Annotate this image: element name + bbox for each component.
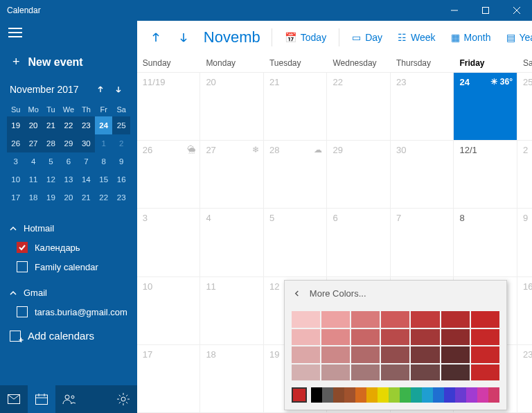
mini-cal-day[interactable]: 25 bbox=[112, 116, 130, 134]
calendar-day-cell[interactable]: 17 bbox=[137, 345, 201, 413]
calendar-button[interactable] bbox=[28, 385, 55, 413]
mini-cal-day[interactable]: 7 bbox=[78, 152, 95, 170]
color-swatch[interactable] bbox=[351, 329, 380, 346]
account-toggle[interactable]: Hotmail bbox=[10, 219, 127, 238]
calendar-day-cell[interactable]: 25⛅ bbox=[517, 73, 532, 141]
spectrum-swatch[interactable] bbox=[411, 387, 422, 403]
minimize-button[interactable] bbox=[438, 0, 470, 21]
mini-cal-day[interactable]: 30 bbox=[78, 134, 95, 152]
spectrum-swatch[interactable] bbox=[355, 387, 366, 403]
calendar-day-cell[interactable]: 20 bbox=[200, 73, 264, 141]
calendar-day-cell[interactable]: 26🌦 bbox=[137, 141, 201, 209]
calendar-checkbox[interactable] bbox=[17, 261, 28, 272]
calendar-day-cell[interactable]: 16 bbox=[517, 277, 532, 345]
add-calendars-button[interactable]: Add calendars bbox=[0, 323, 137, 349]
next-period-button[interactable] bbox=[172, 28, 195, 46]
calendar-item[interactable]: Family calendar bbox=[10, 257, 127, 276]
mini-cal-day[interactable]: 27 bbox=[24, 134, 42, 152]
spectrum-swatch[interactable] bbox=[389, 387, 400, 403]
color-swatch[interactable] bbox=[351, 346, 380, 363]
mini-cal-day[interactable]: 3 bbox=[7, 152, 24, 170]
color-swatch[interactable] bbox=[411, 364, 439, 381]
mini-cal-day[interactable]: 21 bbox=[42, 116, 60, 134]
spectrum-swatch[interactable] bbox=[322, 387, 333, 403]
color-swatch[interactable] bbox=[471, 311, 499, 328]
calendar-day-cell[interactable]: 8 bbox=[454, 209, 517, 276]
calendar-checkbox[interactable] bbox=[17, 306, 28, 317]
calendar-day-cell[interactable]: 10 bbox=[137, 277, 201, 345]
mini-cal-prev-button[interactable] bbox=[91, 80, 109, 98]
calendar-day-cell[interactable]: 5 bbox=[264, 209, 328, 276]
color-swatch[interactable] bbox=[441, 364, 470, 381]
spectrum-swatch[interactable] bbox=[333, 387, 344, 403]
calendar-day-cell[interactable]: 23 bbox=[517, 345, 532, 413]
mini-cal-day[interactable]: 23 bbox=[78, 116, 95, 134]
color-swatch[interactable] bbox=[411, 346, 439, 363]
color-swatch[interactable] bbox=[292, 329, 320, 346]
mini-cal-day[interactable]: 20 bbox=[24, 116, 42, 134]
mini-cal-day[interactable]: 2 bbox=[112, 134, 130, 152]
new-event-button[interactable]: + New event bbox=[0, 46, 137, 78]
mail-button[interactable] bbox=[0, 385, 28, 413]
month-year-title[interactable]: Novemb bbox=[200, 28, 265, 46]
color-swatch[interactable] bbox=[441, 329, 470, 346]
month-view-button[interactable]: ▦Month bbox=[445, 29, 497, 46]
calendar-item[interactable]: taras.buria@gmail.com bbox=[10, 302, 127, 322]
mini-cal-day[interactable]: 11 bbox=[24, 170, 42, 188]
color-swatch[interactable] bbox=[441, 346, 470, 363]
mini-cal-day[interactable]: 6 bbox=[60, 152, 77, 170]
hamburger-button[interactable] bbox=[0, 21, 137, 46]
color-swatch[interactable] bbox=[381, 364, 409, 381]
mini-cal-day[interactable]: 12 bbox=[42, 170, 60, 188]
mini-cal-month-button[interactable]: November 2017 bbox=[10, 84, 91, 95]
color-swatch[interactable] bbox=[292, 346, 320, 363]
prev-period-button[interactable] bbox=[144, 28, 168, 46]
color-swatch[interactable] bbox=[441, 311, 470, 328]
calendar-day-cell[interactable]: 24☀ 36° bbox=[454, 73, 517, 141]
calendar-day-cell[interactable]: 28☁ bbox=[264, 141, 328, 209]
calendar-day-cell[interactable]: 3 bbox=[137, 209, 201, 276]
spectrum-swatch[interactable] bbox=[488, 387, 499, 403]
calendar-day-cell[interactable]: 29 bbox=[327, 141, 391, 209]
color-swatch[interactable] bbox=[292, 311, 320, 328]
calendar-day-cell[interactable]: 27❄ bbox=[200, 141, 264, 209]
spectrum-swatch[interactable] bbox=[422, 387, 433, 403]
close-button[interactable] bbox=[501, 0, 532, 21]
mini-cal-day[interactable]: 17 bbox=[7, 188, 24, 206]
calendar-item[interactable]: Календарь bbox=[10, 238, 127, 257]
color-swatch[interactable] bbox=[321, 311, 350, 328]
spectrum-swatch[interactable] bbox=[444, 387, 455, 403]
settings-button[interactable] bbox=[109, 385, 137, 413]
color-swatch[interactable] bbox=[351, 364, 380, 381]
color-swatch[interactable] bbox=[321, 364, 350, 381]
calendar-day-cell[interactable]: 12/1 bbox=[454, 141, 517, 209]
year-view-button[interactable]: ▤Year bbox=[501, 29, 532, 46]
calendar-day-cell[interactable]: 30 bbox=[391, 141, 454, 209]
current-color-swatch[interactable] bbox=[292, 387, 307, 403]
calendar-day-cell[interactable]: 11/19 bbox=[137, 73, 201, 141]
mini-cal-day[interactable]: 10 bbox=[7, 170, 24, 188]
popup-back-button[interactable] bbox=[285, 281, 310, 306]
color-swatch[interactable] bbox=[381, 329, 409, 346]
color-swatch[interactable] bbox=[351, 311, 380, 328]
maximize-button[interactable] bbox=[470, 0, 501, 21]
mini-cal-day[interactable]: 24 bbox=[95, 116, 112, 134]
spectrum-swatch[interactable] bbox=[400, 387, 411, 403]
week-view-button[interactable]: ☷Week bbox=[392, 29, 441, 46]
mini-cal-day[interactable]: 18 bbox=[24, 188, 42, 206]
color-swatch[interactable] bbox=[321, 346, 350, 363]
mini-cal-day[interactable]: 28 bbox=[42, 134, 60, 152]
calendar-day-cell[interactable]: 7 bbox=[391, 209, 454, 276]
calendar-day-cell[interactable]: 22 bbox=[327, 73, 391, 141]
color-swatch[interactable] bbox=[471, 329, 499, 346]
spectrum-swatch[interactable] bbox=[378, 387, 389, 403]
people-button[interactable] bbox=[55, 385, 83, 413]
mini-cal-day[interactable]: 22 bbox=[60, 116, 77, 134]
mini-cal-day[interactable]: 22 bbox=[95, 188, 112, 206]
mini-cal-day[interactable]: 20 bbox=[60, 188, 77, 206]
mini-cal-day[interactable]: 8 bbox=[95, 152, 112, 170]
spectrum-swatch[interactable] bbox=[311, 387, 322, 403]
color-swatch[interactable] bbox=[321, 329, 350, 346]
calendar-day-cell[interactable]: 11 bbox=[200, 277, 264, 345]
calendar-day-cell[interactable]: 21 bbox=[264, 73, 328, 141]
